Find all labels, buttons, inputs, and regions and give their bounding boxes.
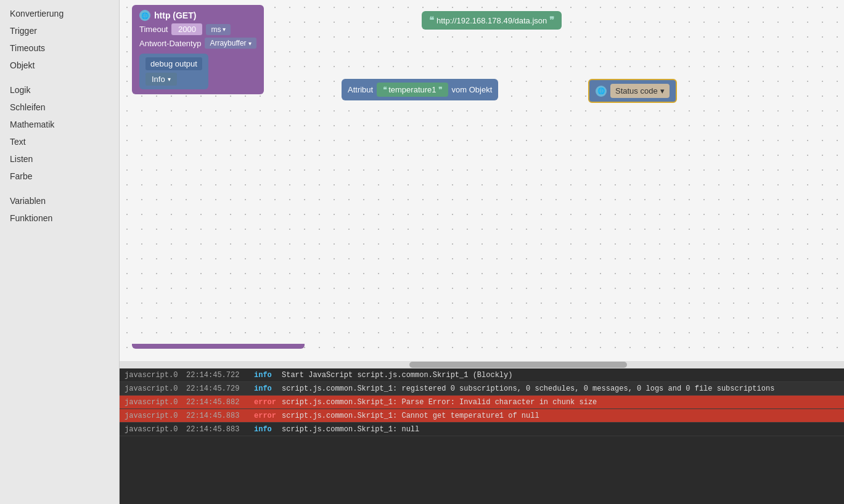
close-quote: ❞ xyxy=(549,15,554,26)
sidebar-item-timeouts[interactable]: Timeouts xyxy=(0,39,119,57)
log-time: 22:14:45.722 xyxy=(186,371,254,380)
info-dropdown[interactable]: Info xyxy=(145,73,177,86)
log-time: 22:14:45.882 xyxy=(186,398,254,407)
log-source: javascript.0 xyxy=(125,371,186,380)
sidebar: Konvertierung Trigger Timeouts Objekt Lo… xyxy=(0,0,120,504)
timeout-label: Timeout xyxy=(139,25,168,34)
response-type-dropdown[interactable]: Arraybuffer xyxy=(205,38,256,49)
status-chevron: ▾ xyxy=(660,86,665,96)
log-source: javascript.0 xyxy=(125,384,186,393)
sidebar-item-trigger[interactable]: Trigger xyxy=(0,22,119,39)
sidebar-item-logik[interactable]: Logik xyxy=(0,81,119,99)
attr-label: Attribut xyxy=(348,85,373,94)
log-message: Start JavaScript script.js.common.Skript… xyxy=(282,371,512,380)
sidebar-item-farbe[interactable]: Farbe xyxy=(0,168,119,185)
log-message: script.js.common.Skript_1: Parse Error: … xyxy=(282,398,597,407)
sidebar-item-listen[interactable]: Listen xyxy=(0,150,119,168)
log-time: 22:14:45.883 xyxy=(186,412,254,420)
sidebar-item-konvertierung[interactable]: Konvertierung xyxy=(0,5,119,22)
open-quote: ❝ xyxy=(429,15,434,26)
log-level: error xyxy=(254,412,282,420)
http-block: 🌐 http (GET) Timeout ms Antwort-Datentyp… xyxy=(132,5,264,94)
sidebar-item-text[interactable]: Text xyxy=(0,133,119,150)
sidebar-item-funktionen[interactable]: Funktionen xyxy=(0,209,119,227)
status-globe-icon: 🌐 xyxy=(596,86,607,97)
log-level: error xyxy=(254,398,282,407)
sidebar-item-schleifen[interactable]: Schleifen xyxy=(0,99,119,116)
attr-block: Attribut ❝ temperature1 ❞ vom Objekt xyxy=(342,79,498,100)
log-panel: javascript.022:14:45.722infoStart JavaSc… xyxy=(120,368,844,504)
sidebar-item-mathematik[interactable]: Mathematik xyxy=(0,116,119,133)
log-row: javascript.022:14:45.722infoStart JavaSc… xyxy=(120,368,844,382)
canvas-scrollbar[interactable] xyxy=(120,361,844,368)
temp-open-quote: ❝ xyxy=(383,86,387,94)
response-label: Antwort-Datentyp xyxy=(139,39,201,48)
vom-label: vom Objekt xyxy=(452,85,493,94)
debug-label: debug output xyxy=(145,57,202,70)
timeout-unit-dropdown[interactable]: ms xyxy=(206,24,231,35)
sidebar-item-objekt[interactable]: Objekt xyxy=(0,57,119,74)
log-row: javascript.022:14:45.729infoscript.js.co… xyxy=(120,382,844,396)
log-source: javascript.0 xyxy=(125,412,186,420)
log-time: 22:14:45.729 xyxy=(186,384,254,393)
log-level: info xyxy=(254,425,282,434)
url-value: http://192.168.178.49/data.json xyxy=(436,16,547,25)
log-message: script.js.common.Skript_1: Cannot get te… xyxy=(282,412,539,420)
block-bottom-bar xyxy=(132,344,305,349)
temperature-value: temperature1 xyxy=(388,85,436,94)
status-value: Status code xyxy=(615,86,658,96)
canvas-scrollbar-thumb[interactable] xyxy=(409,362,627,368)
temp-close-quote: ❞ xyxy=(438,86,442,94)
log-level: info xyxy=(254,384,282,393)
timeout-input[interactable] xyxy=(171,23,202,35)
globe-icon: 🌐 xyxy=(139,10,150,21)
log-row: javascript.022:14:45.882errorscript.js.c… xyxy=(120,396,844,409)
url-block: ❝ http://192.168.178.49/data.json ❞ xyxy=(422,11,562,30)
log-message: script.js.common.Skript_1: registered 0 … xyxy=(282,384,774,393)
log-message: script.js.common.Skript_1: null xyxy=(282,425,419,434)
sidebar-item-variablen[interactable]: Variablen xyxy=(0,192,119,209)
log-source: javascript.0 xyxy=(125,425,186,434)
log-row: javascript.022:14:45.883errorscript.js.c… xyxy=(120,409,844,423)
debug-block: debug output Info xyxy=(139,54,208,89)
status-dropdown[interactable]: Status code ▾ xyxy=(610,84,670,98)
log-level: info xyxy=(254,371,282,380)
log-source: javascript.0 xyxy=(125,398,186,407)
log-time: 22:14:45.883 xyxy=(186,425,254,434)
temperature-block: ❝ temperature1 ❞ xyxy=(377,83,448,97)
canvas-area[interactable]: 🌐 http (GET) Timeout ms Antwort-Datentyp… xyxy=(120,0,844,361)
log-row: javascript.022:14:45.883infoscript.js.co… xyxy=(120,423,844,436)
status-block: 🌐 Status code ▾ xyxy=(588,79,677,103)
http-method-label: http (GET) xyxy=(154,10,196,20)
